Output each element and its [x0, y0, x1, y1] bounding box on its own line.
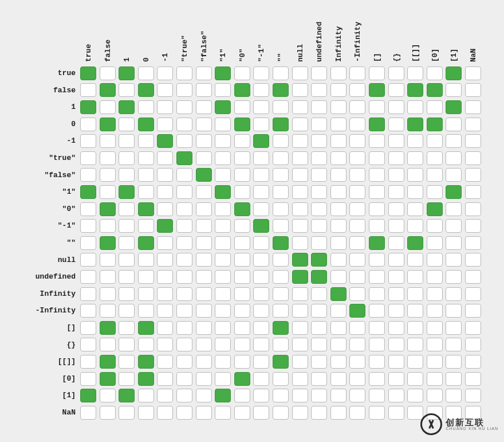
cell-false [427, 67, 443, 80]
cell-false [311, 118, 327, 131]
cell-false [234, 236, 250, 250]
cell-false [292, 100, 308, 114]
cell-false [407, 338, 423, 351]
cell-false [330, 151, 346, 165]
cell-false [80, 151, 96, 165]
cell-false [215, 151, 231, 165]
cell-true [100, 355, 116, 369]
cell-false [234, 355, 250, 369]
cell-false [215, 372, 231, 386]
cell-false [427, 100, 443, 114]
cell-false [427, 219, 443, 233]
cell-false [138, 168, 154, 182]
cell-false [215, 83, 231, 97]
cell-true [273, 83, 289, 97]
cell-false [388, 202, 404, 216]
cell-true [119, 67, 135, 80]
column-header-label: 1 [123, 57, 131, 62]
cell-false [311, 287, 327, 301]
cell-false [138, 270, 154, 284]
cell-false [80, 236, 96, 250]
cell-false [407, 100, 423, 114]
cell-false [176, 118, 192, 131]
cell-false [292, 236, 308, 250]
cell-false [446, 236, 462, 250]
cell-false [253, 338, 269, 351]
cell-false [119, 236, 135, 250]
cell-true [446, 100, 462, 114]
logo-brand-cn: 创新互联 [446, 418, 498, 427]
cell-true [100, 202, 116, 216]
cell-false [215, 406, 231, 420]
cell-false [215, 134, 231, 148]
table-row: "" [0, 234, 504, 251]
cell-false [80, 168, 96, 182]
cell-false [157, 304, 173, 318]
cell-false [234, 321, 250, 335]
cell-false [292, 168, 308, 182]
cell-true [273, 321, 289, 335]
row-header: null [6, 252, 76, 268]
row-header: NaN [6, 404, 76, 420]
cell-false [407, 270, 423, 284]
cell-false [349, 406, 365, 420]
row-header: undefined [6, 268, 76, 284]
cell-false [427, 321, 443, 335]
cell-false [100, 389, 116, 402]
row-header: "" [6, 234, 76, 251]
cell-false [330, 134, 346, 148]
cell-false [292, 287, 308, 301]
cell-false [427, 372, 443, 386]
cell-false [196, 389, 212, 402]
row-header: "-1" [6, 217, 76, 233]
cell-true [407, 83, 423, 97]
cell-true [234, 118, 250, 131]
cell-false [273, 372, 289, 386]
cell-true [407, 118, 423, 131]
column-header-label: "false" [199, 30, 208, 62]
cell-false [446, 168, 462, 182]
cell-false [349, 355, 365, 369]
cell-false [138, 389, 154, 402]
cell-false [100, 151, 116, 165]
cell-false [349, 338, 365, 351]
cell-false [388, 134, 404, 148]
column-header-label: [1] [450, 49, 458, 62]
cell-false [292, 202, 308, 216]
cell-false [349, 253, 365, 267]
cell-false [311, 151, 327, 165]
cell-false [465, 338, 481, 351]
table-row: false [0, 82, 504, 98]
cell-false [388, 100, 404, 114]
cell-true [369, 118, 385, 131]
cell-false [292, 406, 308, 420]
cell-false [427, 287, 443, 301]
table-row: "-1" [0, 217, 504, 233]
cell-false [196, 118, 212, 131]
cell-false [273, 219, 289, 233]
cell-false [80, 83, 96, 97]
cell-false [196, 287, 212, 301]
column-header-label: Infinity [334, 26, 342, 62]
column-header-label: undefined [315, 22, 324, 62]
cell-false [100, 134, 116, 148]
cell-false [369, 67, 385, 80]
cell-false [157, 372, 173, 386]
cell-false [349, 168, 365, 182]
row-header-label: -1 [66, 136, 76, 145]
cell-false [215, 168, 231, 182]
cell-false [176, 67, 192, 80]
cell-false [157, 236, 173, 250]
cell-false [446, 287, 462, 301]
cell-false [388, 236, 404, 250]
cell-false [369, 287, 385, 301]
cell-false [465, 151, 481, 165]
cell-false [119, 219, 135, 233]
cell-false [119, 287, 135, 301]
cell-true [369, 83, 385, 97]
cell-false [388, 304, 404, 318]
cell-true [80, 100, 96, 114]
cell-false [176, 253, 192, 267]
cell-false [100, 168, 116, 182]
table-row: "false" [0, 167, 504, 183]
